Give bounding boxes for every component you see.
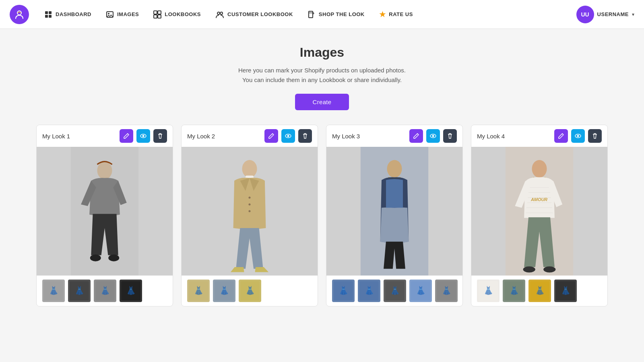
- svg-point-50: [432, 135, 434, 137]
- app-logo[interactable]: [10, 5, 29, 24]
- nav-rate-us-label: RATE US: [389, 11, 413, 17]
- look-thumb: 👗: [68, 280, 91, 302]
- nav-user[interactable]: UU USERNAME ▾: [576, 6, 634, 23]
- customer-lookbook-icon: [215, 10, 224, 19]
- svg-text:👗: 👗: [194, 286, 204, 295]
- view-button[interactable]: [426, 129, 440, 143]
- nav-items: DASHBOARD IMAGES: [37, 0, 576, 29]
- svg-text:👗: 👗: [561, 286, 571, 295]
- svg-rect-4: [49, 15, 52, 18]
- nav-customer-lookbook[interactable]: CUSTOMER LOOKBOOK: [208, 0, 300, 29]
- look-thumb: 👗: [239, 280, 261, 302]
- svg-point-17: [97, 162, 112, 179]
- delete-button[interactable]: [298, 129, 312, 143]
- look-card-title: My Look 1: [42, 133, 116, 140]
- look-card-image: [37, 147, 173, 276]
- svg-text:👗: 👗: [509, 286, 519, 295]
- view-button[interactable]: [281, 129, 295, 143]
- svg-text:👗: 👗: [245, 286, 255, 295]
- look-thumb: 👗: [554, 280, 577, 302]
- svg-text:👗: 👗: [49, 286, 59, 295]
- chevron-down-icon: ▾: [632, 12, 634, 17]
- look-card-thumbs: 👗 👗 👗 👗 👗: [326, 276, 462, 306]
- look-thumb: 👗: [409, 280, 432, 302]
- navbar: DASHBOARD IMAGES: [0, 0, 644, 29]
- svg-text:👗: 👗: [442, 286, 452, 295]
- avatar: UU: [576, 6, 594, 23]
- svg-point-80: [543, 266, 555, 272]
- look-card-image: [182, 147, 318, 276]
- nav-shop-the-look[interactable]: SHOP THE LOOK: [300, 0, 372, 29]
- svg-rect-7: [154, 11, 157, 14]
- svg-point-6: [108, 13, 109, 14]
- main-content: Images Here you can mark your Shopify pr…: [20, 29, 624, 331]
- nav-shop-the-look-label: SHOP THE LOOK: [319, 11, 365, 17]
- look-card-header: My Look 3: [326, 125, 462, 147]
- svg-point-33: [287, 135, 289, 137]
- delete-button[interactable]: [443, 129, 457, 143]
- delete-button[interactable]: [153, 129, 167, 143]
- username-label: USERNAME: [597, 11, 629, 17]
- nav-customer-lookbook-label: CUSTOMER LOOKBOOK: [227, 11, 293, 17]
- look-thumb: 👗: [120, 280, 142, 302]
- svg-text:👗: 👗: [100, 286, 110, 295]
- svg-point-52: [387, 160, 402, 178]
- svg-text:👗: 👗: [535, 286, 545, 295]
- edit-button[interactable]: [264, 129, 278, 143]
- page-header: Images Here you can mark your Shopify pr…: [36, 45, 608, 110]
- svg-rect-2: [49, 11, 52, 14]
- svg-point-11: [217, 12, 220, 14]
- edit-button[interactable]: [120, 129, 133, 143]
- edit-button[interactable]: [554, 129, 568, 143]
- page-subtitle-line1: Here you can mark your Shopify products …: [36, 66, 608, 75]
- edit-button[interactable]: [409, 129, 423, 143]
- nav-images[interactable]: IMAGES: [99, 0, 146, 29]
- look-thumb: 👗: [358, 280, 380, 302]
- svg-point-38: [248, 204, 250, 206]
- svg-point-15: [142, 135, 144, 137]
- delete-button[interactable]: [588, 129, 602, 143]
- create-button[interactable]: Create: [295, 94, 349, 110]
- svg-text:👗: 👗: [483, 286, 493, 295]
- look-thumb: 👗: [503, 280, 525, 302]
- look-card-image: [326, 147, 462, 276]
- rate-us-icon: ★: [379, 10, 386, 19]
- svg-point-79: [523, 266, 535, 272]
- look-card-title: My Look 2: [187, 133, 261, 140]
- svg-text:👗: 👗: [219, 286, 229, 295]
- svg-rect-1: [45, 11, 48, 14]
- svg-point-35: [242, 160, 257, 178]
- look-card-thumbs: 👗 👗 👗 👗: [471, 276, 607, 306]
- nav-lookbooks-label: LOOKBOOKS: [165, 11, 201, 17]
- look-card-header: My Look 2: [182, 125, 318, 147]
- svg-point-71: [532, 160, 547, 178]
- images-icon: [106, 10, 114, 19]
- look-thumb: 👗: [187, 280, 210, 302]
- svg-point-19: [108, 255, 119, 261]
- view-button[interactable]: [136, 129, 150, 143]
- look-card-image: AMOUR: [471, 147, 607, 276]
- nav-rate-us[interactable]: ★ RATE US: [372, 0, 420, 29]
- nav-dashboard[interactable]: DASHBOARD: [37, 0, 99, 29]
- svg-point-69: [577, 135, 579, 137]
- nav-images-label: IMAGES: [117, 11, 139, 17]
- svg-text:👗: 👗: [364, 286, 374, 295]
- svg-point-39: [248, 210, 250, 212]
- nav-lookbooks[interactable]: LOOKBOOKS: [146, 0, 208, 29]
- nav-dashboard-label: DASHBOARD: [56, 11, 91, 17]
- look-card-look1: My Look 1: [36, 125, 173, 306]
- look-thumb: 👗: [213, 280, 235, 302]
- look-thumb: 👗: [435, 280, 458, 302]
- look-thumb: 👗: [477, 280, 500, 302]
- svg-text:👗: 👗: [126, 286, 136, 295]
- look-card-header: My Look 1: [37, 125, 173, 147]
- svg-rect-3: [45, 15, 48, 18]
- look-thumb: 👗: [94, 280, 116, 302]
- look-card-thumbs: 👗 👗 👗: [182, 276, 318, 306]
- page-subtitle-line2: You can include them in any Lookbook or …: [36, 75, 608, 85]
- svg-point-12: [220, 12, 223, 14]
- look-thumb: 👗: [42, 280, 65, 302]
- look-card-header: My Look 4: [471, 125, 607, 147]
- look-card-look2: My Look 2: [181, 125, 318, 306]
- view-button[interactable]: [571, 129, 585, 143]
